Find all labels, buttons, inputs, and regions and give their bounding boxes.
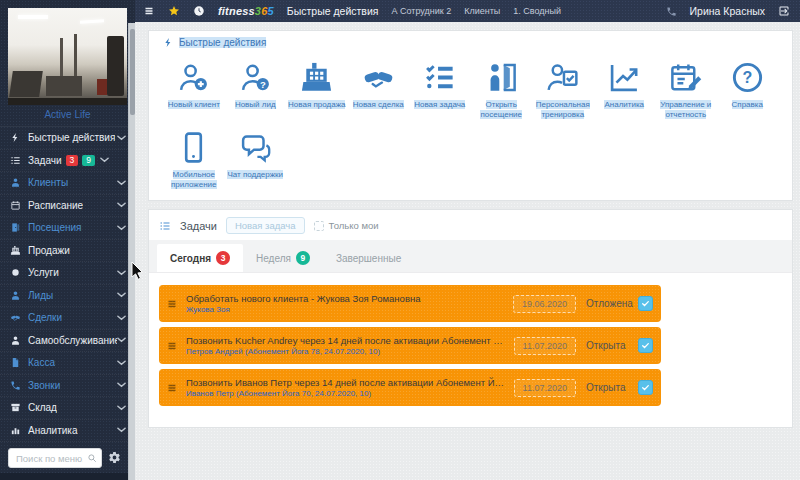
task-subject-link[interactable]: Петров Андрей (Абонемент Йога 78, 24.07.… — [186, 347, 506, 356]
sidebar-item-self-service[interactable]: Самообслуживание — [0, 330, 135, 353]
drag-handle-icon[interactable] — [166, 340, 178, 352]
phone-icon[interactable] — [666, 6, 677, 17]
quick-action-new-client[interactable]: Новый клиент — [163, 50, 225, 120]
app-logo[interactable]: fitness365 — [218, 5, 274, 17]
menu-icon[interactable] — [143, 5, 155, 17]
quick-action-new-lead[interactable]: Новый лид — [225, 50, 287, 120]
quick-action-new-task[interactable]: Новая задача — [409, 50, 471, 120]
clock-icon[interactable] — [193, 5, 205, 17]
task-list: Обработать нового клиента - Жукова Зоя Р… — [149, 273, 792, 415]
help-icon — [730, 60, 765, 95]
checklist-icon — [422, 60, 457, 95]
checkbox-box[interactable] — [314, 221, 324, 231]
sidebar-item-sales[interactable]: Продажи — [0, 240, 135, 263]
support-chat-icon — [238, 130, 273, 165]
tab-week[interactable]: Неделя 9 — [243, 244, 323, 272]
task-complete-checkbox[interactable] — [638, 380, 653, 395]
check-icon — [641, 383, 650, 392]
task-list-icon — [10, 155, 21, 166]
report-icon — [668, 60, 703, 95]
sidebar-item-cashbox[interactable]: Касса — [0, 352, 135, 375]
sidebar-item-services[interactable]: Услуги — [0, 262, 135, 285]
star-icon[interactable] — [168, 5, 180, 17]
sidebar-item-schedule[interactable]: Расписание — [0, 195, 135, 218]
quick-action-management-reports[interactable]: Управление и отчетность — [655, 50, 717, 120]
tasks-tabs: Сегодня 3 Неделя 9 Завершенные — [149, 240, 792, 273]
task-row[interactable]: Позвонить Kucher Andrey через 14 дней по… — [159, 327, 661, 364]
topbar-link-summary[interactable]: 1. Сводный — [513, 6, 561, 16]
task-row[interactable]: Обработать нового клиента - Жукова Зоя Р… — [159, 285, 661, 322]
drag-handle-icon[interactable] — [166, 298, 178, 310]
user-icon — [10, 177, 21, 188]
user-icon — [10, 335, 21, 346]
sidebar-item-leads[interactable]: Лиды — [0, 285, 135, 308]
task-subject-link[interactable]: Иванов Петр (Абонемент Йога 70, 24.07.20… — [186, 389, 506, 398]
sidebar-item-deals[interactable]: Сделки — [0, 307, 135, 330]
club-photo — [8, 8, 127, 105]
lightning-icon — [10, 132, 21, 143]
quick-action-personal-training[interactable]: Персональная тренировка — [532, 50, 594, 120]
gear-icon[interactable] — [108, 451, 121, 464]
scrollbar-thumb[interactable] — [130, 29, 135, 115]
topbar-link-quick-actions[interactable]: Быстрые действия — [287, 5, 379, 17]
topbar: fitness365 Быстрые действия А Сотрудник … — [135, 0, 800, 22]
task-date[interactable]: 11.07.2020 — [514, 337, 576, 355]
chevron-down-icon — [117, 180, 126, 186]
handshake-icon — [361, 60, 396, 95]
check-icon — [641, 299, 650, 308]
quick-action-open-visit[interactable]: Открыть посещение — [471, 50, 533, 120]
cash-register-icon — [10, 245, 21, 256]
quick-action-new-deal[interactable]: Новая сделка — [348, 50, 410, 120]
person-door-icon — [484, 60, 519, 95]
user-question-icon — [238, 60, 273, 95]
topbar-link-clients[interactable]: Клиенты — [464, 6, 500, 16]
tab-today-badge: 3 — [216, 251, 230, 265]
chevron-down-icon — [117, 360, 126, 366]
topbar-link-employee[interactable]: А Сотрудник 2 — [392, 6, 452, 16]
sidebar-item-warehouse[interactable]: Склад — [0, 397, 135, 420]
cash-register-icon — [299, 60, 334, 95]
sidebar-scrollbar[interactable] — [128, 23, 135, 480]
phone-icon — [10, 380, 21, 391]
quick-action-help[interactable]: Справка — [717, 50, 779, 120]
chevron-down-icon — [117, 315, 126, 321]
task-row[interactable]: Позвонить Иванов Петр через 14 дней посл… — [159, 369, 661, 406]
sidebar-item-calls[interactable]: Звонки — [0, 375, 135, 398]
chevron-down-icon — [117, 382, 126, 388]
sidebar-item-visits[interactable]: Посещения — [0, 217, 135, 240]
sidebar-item-quick-actions[interactable]: Быстрые действия — [0, 127, 135, 150]
sidebar-item-analytics[interactable]: Аналитика — [0, 420, 135, 443]
quick-action-new-sale[interactable]: Новая продажа — [286, 50, 348, 120]
quick-action-support-chat[interactable]: Чат поддержки — [225, 120, 287, 190]
box-icon — [10, 402, 21, 413]
quick-action-mobile-app[interactable]: Мобильное приложение — [163, 120, 225, 190]
task-date[interactable]: 11.07.2020 — [514, 379, 576, 397]
chevron-down-icon — [117, 225, 126, 231]
tab-week-badge: 9 — [296, 251, 310, 265]
check-icon — [641, 341, 650, 350]
tab-completed[interactable]: Завершенные — [323, 244, 414, 272]
analytics-icon — [607, 60, 642, 95]
sidebar-item-clients[interactable]: Клиенты — [0, 172, 135, 195]
current-user[interactable]: Ирина Красных — [690, 5, 765, 17]
chart-icon — [10, 425, 21, 436]
task-subject-link[interactable]: Жукова Зоя — [186, 305, 505, 314]
document-icon — [10, 357, 21, 368]
quick-actions-panel: Быстрые действия Новый клиент Новый лид … — [148, 30, 793, 201]
task-complete-checkbox[interactable] — [638, 296, 653, 311]
tab-today[interactable]: Сегодня 3 — [157, 244, 243, 272]
mobile-app-icon — [176, 130, 211, 165]
task-title: Позвонить Kucher Andrey через 14 дней по… — [186, 335, 506, 346]
drag-handle-icon[interactable] — [166, 382, 178, 394]
sidebar-item-tasks[interactable]: Задачи 3 9 — [0, 150, 135, 173]
only-mine-checkbox[interactable]: Только мои — [314, 220, 379, 231]
sidebar: Active Life Быстрые действия Задачи 3 9 … — [0, 0, 135, 480]
logout-icon[interactable] — [778, 5, 790, 17]
user-icon — [10, 290, 21, 301]
task-complete-checkbox[interactable] — [638, 338, 653, 353]
new-task-button[interactable]: Новая задача — [226, 217, 305, 234]
tasks-badge-red: 3 — [66, 155, 79, 166]
chevron-down-icon — [117, 292, 126, 298]
task-date[interactable]: 19.06.2020 — [513, 295, 576, 313]
quick-action-analytics[interactable]: Аналитика — [594, 50, 656, 120]
